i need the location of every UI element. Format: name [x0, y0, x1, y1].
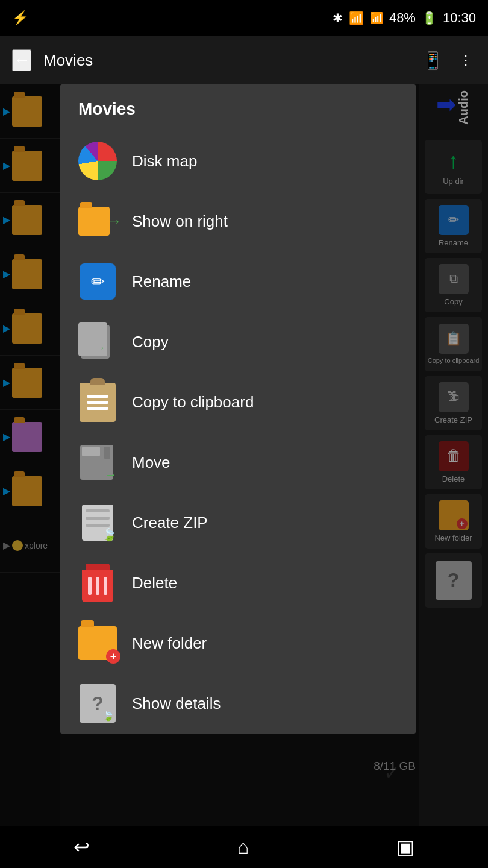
transfer-icon[interactable]: 📱 — [419, 48, 446, 74]
show-on-right-label: Show on right — [132, 212, 228, 231]
bluetooth-icon: ✱ — [333, 11, 343, 25]
menu-item-disk-map[interactable]: Disk map — [60, 131, 416, 191]
toolbar-icons: 📱 ⋮ — [419, 48, 476, 74]
delete-icon — [78, 564, 117, 602]
back-nav-button[interactable]: ↩ — [55, 829, 108, 864]
rename-label: Rename — [132, 272, 191, 291]
clipboard-label: Copy to clipboard — [132, 393, 254, 412]
recent-nav-button[interactable]: ▣ — [378, 829, 433, 864]
create-zip-label: Create ZIP — [132, 514, 208, 532]
menu-item-rename[interactable]: ✏ Rename — [60, 251, 416, 312]
copy-icon: → — [78, 322, 117, 361]
battery-percentage: 48% — [389, 10, 416, 26]
menu-item-delete[interactable]: Delete — [60, 553, 416, 613]
back-button[interactable]: ← — [12, 49, 31, 71]
battery-icon: 🔋 — [422, 11, 437, 25]
context-menu-title: Movies — [60, 84, 416, 131]
menu-item-new-folder[interactable]: + New folder — [60, 613, 416, 673]
menu-item-create-zip[interactable]: 🍃 Create ZIP — [60, 492, 416, 553]
new-folder-icon: + — [78, 624, 117, 662]
home-nav-button[interactable]: ⌂ — [219, 830, 267, 864]
signal-icon: 📶 — [370, 11, 383, 25]
status-bar-left: ⚡ — [12, 10, 28, 26]
menu-item-copy[interactable]: → Copy — [60, 312, 416, 372]
delete-label: Delete — [132, 574, 177, 593]
show-details-icon: ? 🍃 — [78, 684, 117, 723]
context-menu: Movies Disk map → Show on right — [60, 84, 416, 734]
menu-item-show-details[interactable]: ? 🍃 Show details — [60, 673, 416, 734]
main-area: ▶ ▶ ▶ ▶ ▶ ▶ ▶ — [0, 84, 488, 826]
clock: 10:30 — [443, 10, 476, 26]
menu-item-move[interactable]: → Move — [60, 432, 416, 492]
new-folder-label: New folder — [132, 634, 207, 653]
menu-item-show-on-right[interactable]: → Show on right — [60, 191, 416, 251]
clipboard-icon — [78, 383, 117, 421]
show-details-label: Show details — [132, 694, 221, 713]
zip-icon: 🍃 — [78, 503, 117, 542]
bottom-nav: ↩ ⌂ ▣ — [0, 826, 488, 868]
toolbar-title: Movies — [43, 51, 419, 70]
disk-map-label: Disk map — [132, 152, 197, 171]
copy-label: Copy — [132, 333, 169, 351]
wifi-icon: 📶 — [349, 11, 364, 25]
status-bar: ⚡ ✱ 📶 📶 48% 🔋 10:30 — [0, 0, 488, 36]
menu-item-copy-to-clipboard[interactable]: Copy to clipboard — [60, 372, 416, 432]
show-on-right-icon: → — [78, 202, 117, 241]
usb-icon: ⚡ — [12, 10, 28, 26]
disk-map-icon — [78, 142, 117, 180]
more-options-button[interactable]: ⋮ — [455, 49, 476, 72]
status-bar-right: ✱ 📶 📶 48% 🔋 10:30 — [333, 10, 476, 26]
rename-icon: ✏ — [78, 262, 117, 301]
app-toolbar: ← Movies 📱 ⋮ — [0, 36, 488, 84]
move-label: Move — [132, 453, 170, 472]
move-icon: → — [78, 443, 117, 482]
